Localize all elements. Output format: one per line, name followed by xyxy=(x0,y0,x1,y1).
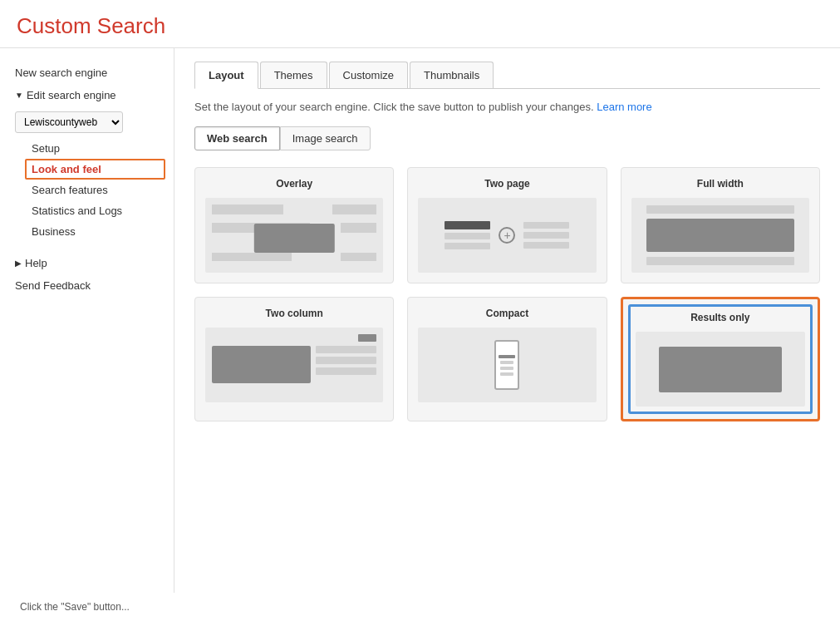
sidebar-edit-search-label: Edit search engine xyxy=(27,89,116,101)
sidebar-subitem-setup[interactable]: Setup xyxy=(25,138,165,159)
tab-customize[interactable]: Customize xyxy=(329,62,408,88)
search-engine-select[interactable]: Lewiscountyweb xyxy=(15,111,123,133)
tab-thumbnails[interactable]: Thumbnails xyxy=(410,62,494,88)
tab-themes[interactable]: Themes xyxy=(260,62,327,88)
sidebar-subitem-statistics-and-logs[interactable]: Statistics and Logs xyxy=(25,200,165,221)
image-search-button[interactable]: Image search xyxy=(280,126,371,150)
sidebar-subitems: Setup Look and feel Search features Stat… xyxy=(8,138,165,242)
search-type-buttons: Web search Image search xyxy=(194,126,820,150)
main-layout: New search engine ▼ Edit search engine L… xyxy=(0,48,840,593)
overlay-illustration xyxy=(205,198,383,273)
description-main: Set the layout of your search engine. Cl… xyxy=(194,101,594,113)
compact-illustration xyxy=(418,328,596,402)
expand-arrow-icon: ▼ xyxy=(15,91,23,100)
footer-hint-text: Click the "Save" button... xyxy=(20,601,130,613)
layout-grid: Overlay Two page xyxy=(194,167,820,421)
overlay-label: Overlay xyxy=(205,178,383,190)
tab-layout[interactable]: Layout xyxy=(194,62,258,89)
sidebar-dropdown[interactable]: Lewiscountyweb xyxy=(15,111,159,133)
sidebar-item-send-feedback[interactable]: Send Feedback xyxy=(8,274,165,297)
web-search-button[interactable]: Web search xyxy=(194,126,280,150)
learn-more-link[interactable]: Learn more xyxy=(597,101,651,113)
sidebar-item-new-search[interactable]: New search engine xyxy=(8,62,165,84)
page-title: Custom Search xyxy=(17,13,823,39)
two-column-illustration xyxy=(205,328,383,402)
layout-card-compact[interactable]: Compact xyxy=(407,297,607,421)
layout-card-two-column[interactable]: Two column xyxy=(194,297,394,421)
results-only-label: Results only xyxy=(636,312,805,323)
layout-card-overlay[interactable]: Overlay xyxy=(194,167,394,283)
two-page-illustration: + xyxy=(418,198,596,273)
layout-card-full-width[interactable]: Full width xyxy=(621,167,820,283)
layout-card-two-page[interactable]: Two page + xyxy=(407,167,607,283)
layout-card-results-only[interactable]: Results only xyxy=(621,297,820,421)
help-label: Help xyxy=(25,257,47,269)
two-column-label: Two column xyxy=(205,308,383,319)
sidebar-subitem-business[interactable]: Business xyxy=(25,221,165,242)
header: Custom Search xyxy=(0,0,840,48)
footer-hint: Click the "Save" button... xyxy=(0,593,840,621)
full-width-illustration xyxy=(631,198,809,273)
content-area: Layout Themes Customize Thumbnails Set t… xyxy=(174,48,840,593)
page-wrapper: Custom Search New search engine ▼ Edit s… xyxy=(0,0,840,621)
sidebar: New search engine ▼ Edit search engine L… xyxy=(0,48,174,593)
tabs-bar: Layout Themes Customize Thumbnails xyxy=(194,62,820,89)
sidebar-item-help[interactable]: ▶ Help xyxy=(8,252,165,274)
sidebar-subitem-look-and-feel[interactable]: Look and feel xyxy=(25,159,165,180)
sidebar-edit-search-header[interactable]: ▼ Edit search engine xyxy=(8,84,165,106)
two-page-label: Two page xyxy=(418,178,596,190)
full-width-label: Full width xyxy=(631,178,809,190)
help-arrow-icon: ▶ xyxy=(15,259,22,268)
sidebar-subitem-search-features[interactable]: Search features xyxy=(25,180,165,200)
description-text: Set the layout of your search engine. Cl… xyxy=(194,101,820,113)
results-only-illustration xyxy=(636,332,805,407)
compact-label: Compact xyxy=(418,308,596,319)
